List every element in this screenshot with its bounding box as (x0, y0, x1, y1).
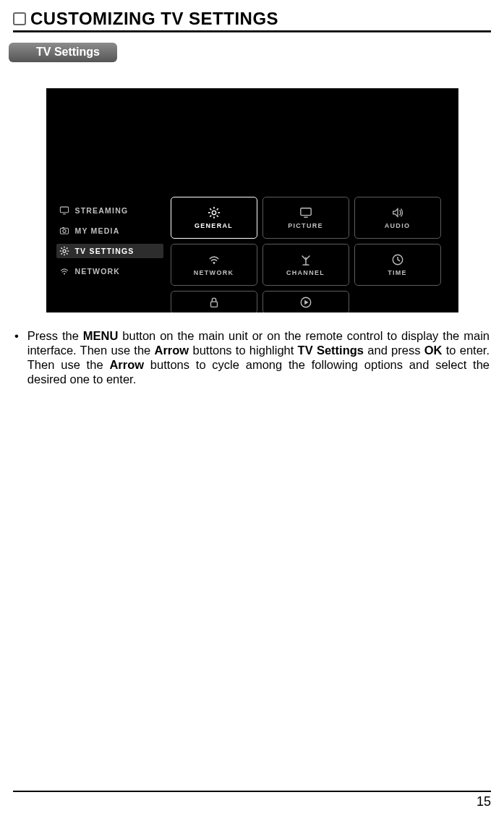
sidebar-item-label: STREAMING (75, 206, 129, 215)
antenna-icon (299, 253, 313, 266)
section-chip: TV Settings (9, 43, 117, 62)
tile-network[interactable]: NETWORK (171, 244, 257, 286)
bullet-mark: • (14, 328, 19, 387)
sidebar-item-label: MY MEDIA (75, 226, 120, 235)
title-underline (13, 30, 491, 33)
wifi-icon (207, 253, 221, 266)
gear-icon (59, 246, 69, 256)
tile-label: CHANNEL (286, 269, 325, 276)
tile-time[interactable]: TIME (354, 244, 441, 286)
instruction-paragraph: Press the MENU button on the main unit o… (27, 328, 490, 387)
page-title-row: CUSTOMIZING TV SETTINGS (13, 9, 491, 29)
tile-label: GENERAL (195, 222, 233, 229)
monitor-icon (59, 205, 69, 216)
monitor-icon (299, 206, 313, 219)
settings-tile-grid: GENERAL PICTURE AUDIO NETWORK CHANNEL TI… (171, 197, 441, 312)
sidebar-item-tv-settings[interactable]: TV SETTINGS (56, 244, 163, 258)
page-title: CUSTOMIZING TV SETTINGS (30, 9, 278, 29)
sidebar-item-streaming[interactable]: STREAMING (59, 204, 161, 217)
page-number: 15 (477, 794, 491, 809)
sound-icon (390, 206, 405, 219)
sidebar-item-network[interactable]: NETWORK (59, 265, 161, 278)
page-footer: 15 (13, 791, 491, 809)
tile-audio[interactable]: AUDIO (354, 197, 441, 239)
sidebar-item-label: TV SETTINGS (75, 247, 134, 255)
tv-settings-screenshot: STREAMING MY MEDIA TV SETTINGS NETWORK G… (46, 88, 458, 312)
tile-lock[interactable] (171, 291, 257, 312)
instruction-text: • Press the MENU button on the main unit… (13, 328, 491, 387)
lock-icon (207, 296, 221, 309)
camera-icon (59, 226, 69, 236)
title-square-icon (13, 12, 26, 25)
sidebar-item-label: NETWORK (75, 267, 121, 276)
play-icon (299, 296, 313, 309)
sidebar: STREAMING MY MEDIA TV SETTINGS NETWORK (59, 204, 161, 278)
tile-play[interactable] (262, 291, 349, 312)
tile-label: TIME (388, 269, 407, 276)
wifi-icon (59, 266, 69, 276)
gear-icon (207, 206, 221, 219)
tile-label: PICTURE (288, 222, 323, 229)
tile-label: AUDIO (385, 222, 411, 229)
tile-general[interactable]: GENERAL (171, 197, 257, 239)
tile-picture[interactable]: PICTURE (262, 197, 349, 239)
clock-icon (390, 253, 405, 266)
tile-label: NETWORK (194, 269, 234, 276)
tile-channel[interactable]: CHANNEL (262, 244, 349, 286)
sidebar-item-my-media[interactable]: MY MEDIA (59, 224, 161, 237)
